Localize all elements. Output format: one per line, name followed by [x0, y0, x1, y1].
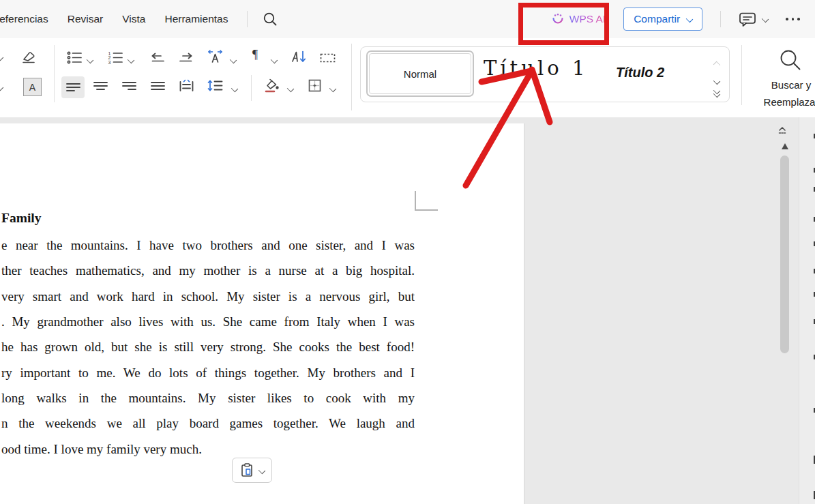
gallery-scroll-up-button[interactable]	[714, 58, 720, 70]
select-marquee-button[interactable]	[319, 52, 336, 64]
document-page[interactable]: Family e near the mountains. I have two …	[0, 123, 524, 504]
menu-divider	[247, 11, 248, 27]
paste-options-button[interactable]	[232, 458, 272, 483]
distribute-text-button[interactable]	[179, 79, 194, 92]
document-line[interactable]: he has grown old, but she is still very …	[1, 334, 415, 359]
sort-button[interactable]	[291, 49, 307, 64]
align-center-button[interactable]	[93, 80, 108, 91]
wps-ai-label: WPS AI	[569, 13, 606, 25]
clear-formatting-button[interactable]	[20, 49, 37, 65]
find-replace-label[interactable]: Buscar y Reemplazar	[750, 76, 815, 110]
menu-divider	[720, 11, 721, 27]
justify-icon	[151, 80, 165, 91]
align-left-button[interactable]	[61, 76, 85, 98]
increase-indent-button[interactable]	[179, 52, 194, 64]
overflow-chevron-button[interactable]	[0, 55, 3, 60]
menu-vista[interactable]: Vista	[122, 13, 145, 25]
bullet-list-button[interactable]	[67, 50, 83, 65]
chevron-down-icon	[762, 16, 769, 23]
share-label: Compartir	[634, 13, 680, 25]
wps-ai-icon	[551, 12, 565, 26]
shading-button[interactable]	[263, 78, 280, 93]
toolbar-divider	[351, 44, 352, 110]
menu-right-actions: WPS AI Compartir	[551, 8, 800, 31]
justify-button[interactable]	[151, 80, 165, 91]
character-spacing-dropdown[interactable]	[231, 57, 236, 63]
align-left-icon	[66, 82, 80, 93]
select-marquee-icon	[319, 52, 336, 64]
borders-button[interactable]	[307, 78, 323, 93]
document-line[interactable]: n the weekends we all play board games t…	[1, 411, 415, 436]
gallery-expand-button[interactable]	[714, 88, 720, 97]
clipped-right-sidebar	[799, 117, 815, 504]
document-line[interactable]: e near the mountains. I have two brother…	[1, 233, 415, 258]
document-line[interactable]: ther teaches mathematics, and my mother …	[1, 258, 415, 283]
line-spacing-icon	[207, 79, 223, 92]
menu-revisar[interactable]: Revisar	[68, 13, 104, 25]
numbered-list-dropdown[interactable]	[128, 57, 134, 63]
svg-text:3: 3	[108, 60, 111, 65]
more-options-button[interactable]	[786, 18, 800, 20]
line-spacing-button[interactable]	[207, 79, 223, 92]
ribbon-toolbar: 1 2 3	[0, 38, 815, 118]
wps-ai-button[interactable]: WPS AI	[551, 12, 606, 26]
search-button[interactable]	[263, 12, 278, 27]
distribute-text-icon	[179, 79, 194, 92]
wps-writer-window: Referencias Revisar Vista Herramientas	[0, 0, 815, 504]
menu-referencias[interactable]: Referencias	[0, 13, 48, 25]
chevron-down-icon	[258, 466, 265, 473]
share-button[interactable]: Compartir	[623, 8, 702, 31]
borders-dropdown[interactable]	[330, 86, 336, 91]
document-line[interactable]: long walks in the mountains. My sister l…	[1, 385, 415, 411]
style-titulo-1[interactable]: Título 1	[484, 57, 588, 80]
document-line[interactable]: ood time. I love my family very much.	[1, 436, 415, 462]
gallery-scroll-down-button[interactable]	[714, 74, 720, 87]
text-boundary-mark	[415, 209, 438, 211]
comment-icon	[739, 12, 757, 27]
character-border-button[interactable]: A	[23, 78, 42, 96]
document-line[interactable]: ry important to me. We do lots of things…	[1, 360, 415, 385]
align-right-button[interactable]	[122, 80, 136, 91]
shading-bucket-icon	[263, 78, 280, 93]
collapse-toolbar-button[interactable]	[777, 125, 787, 136]
paragraph-marks-button[interactable]: ¶	[252, 48, 258, 62]
text-boundary-mark	[415, 191, 416, 210]
bullet-list-dropdown[interactable]	[87, 57, 93, 63]
document-line[interactable]: . My grandmother also lives with us. She…	[1, 309, 415, 334]
decrease-indent-button[interactable]	[150, 52, 165, 64]
find-replace-button[interactable]	[777, 48, 803, 74]
style-titulo-2[interactable]: Título 2	[616, 65, 664, 80]
scroll-up-arrow[interactable]	[782, 143, 788, 149]
line-spacing-dropdown[interactable]	[232, 86, 237, 91]
styles-gallery: Normal Título 1 Título 2	[360, 46, 730, 102]
document-line[interactable]: very smart and work hard in school. My s…	[1, 284, 415, 309]
eraser-icon	[20, 49, 37, 65]
menu-bar: Referencias Revisar Vista Herramientas	[0, 0, 815, 39]
paragraph-marks-dropdown[interactable]	[271, 57, 277, 63]
align-right-icon	[122, 80, 136, 91]
toolbar-divider	[741, 45, 742, 105]
collapse-toolbar-icon	[777, 125, 787, 136]
toolbar-divider	[251, 75, 252, 101]
character-spacing-button[interactable]	[207, 49, 223, 64]
shading-dropdown[interactable]	[288, 86, 293, 91]
align-center-icon	[93, 80, 108, 91]
find-replace-magnifier-icon	[777, 48, 803, 74]
decrease-indent-icon	[150, 52, 165, 64]
document-canvas: Family e near the mountains. I have two …	[0, 117, 815, 504]
document-body-text: e near the mountains. I have two brother…	[1, 233, 415, 462]
style-normal[interactable]: Normal	[366, 50, 474, 97]
menu-items: Referencias Revisar Vista Herramientas	[0, 11, 278, 27]
increase-indent-icon	[179, 52, 194, 64]
character-a-glyph: A	[29, 82, 35, 93]
vertical-scrollbar-thumb[interactable]	[780, 155, 789, 353]
paragraph-mark-icon: ¶	[252, 48, 258, 62]
overflow-chevron-button[interactable]	[0, 85, 3, 90]
document-heading[interactable]: Family	[1, 211, 42, 226]
comments-button[interactable]	[739, 12, 768, 27]
bullet-list-icon	[67, 50, 83, 65]
gallery-scroll-controls	[710, 47, 728, 100]
numbered-list-button[interactable]: 1 2 3	[108, 50, 123, 65]
borders-icon	[307, 78, 323, 93]
menu-herramientas[interactable]: Herramientas	[164, 13, 228, 25]
